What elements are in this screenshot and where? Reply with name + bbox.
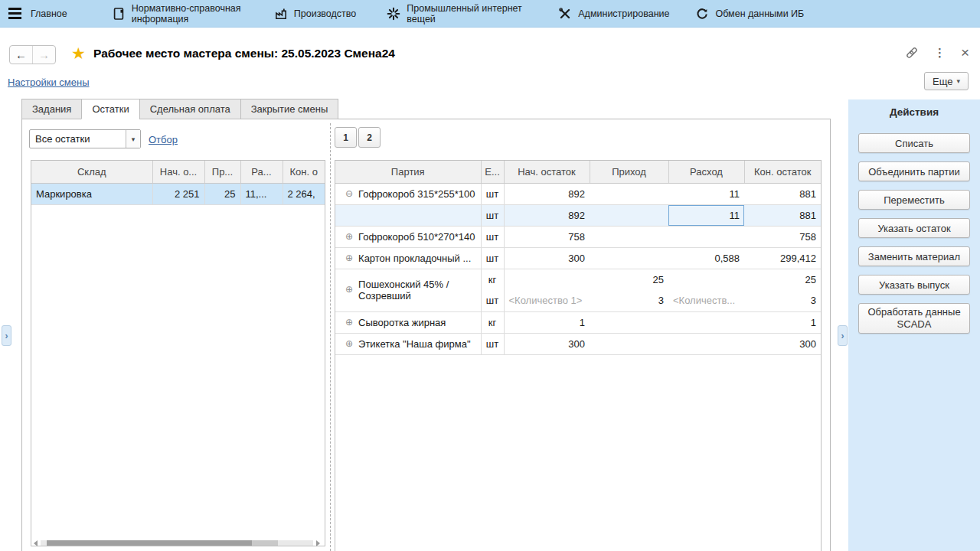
chevron-down-icon[interactable]: ▾ xyxy=(126,130,140,148)
cell-start-balance-placeholder[interactable]: <Количество 1> xyxy=(504,290,590,311)
collapse-icon[interactable]: ⊖ xyxy=(345,188,353,199)
cell-batch-name[interactable]: ⊕Сыворотка жирная xyxy=(335,311,481,333)
page-button-1[interactable]: 1 xyxy=(335,127,357,148)
cell-unit[interactable]: шт xyxy=(481,226,504,247)
expand-icon[interactable]: ⊕ xyxy=(345,338,353,349)
cell-start-balance[interactable]: 1 xyxy=(504,311,590,333)
menu-item-administration[interactable]: Администрирование xyxy=(558,7,669,21)
expand-left-panel-chevron-icon[interactable]: › xyxy=(2,325,11,346)
column-header-kon-ostatok[interactable]: Кон. о xyxy=(283,161,325,183)
cell-income[interactable] xyxy=(590,226,668,247)
cell-end-balance[interactable]: 881 xyxy=(744,183,821,204)
column-header-nach-ostatok[interactable]: Нач. о... xyxy=(152,161,204,183)
table-row[interactable]: Маркировка 2 251 25 11,... 2 264, xyxy=(31,183,325,204)
cell-start-balance[interactable]: 300 xyxy=(504,247,590,269)
menu-item-production[interactable]: Производство xyxy=(274,7,357,21)
menu-item-industrial-iot[interactable]: Промышленный интернет вещей xyxy=(387,3,529,24)
more-button[interactable]: Еще ▾ xyxy=(924,72,969,90)
page-button-2[interactable]: 2 xyxy=(358,127,381,148)
column-header-rashod[interactable]: Расход xyxy=(668,161,744,183)
back-button[interactable]: ← xyxy=(10,46,33,64)
cell-expense[interactable] xyxy=(668,269,744,290)
cell-income[interactable] xyxy=(590,183,668,204)
write-off-button[interactable]: Списать xyxy=(858,133,970,153)
tab-zadaniya[interactable]: Задания xyxy=(21,99,81,119)
move-button[interactable]: Переместить xyxy=(858,190,970,210)
cell-unit[interactable]: шт xyxy=(481,290,504,311)
cell-batch-name[interactable]: ⊕Этикетка "Наша фирма" xyxy=(335,333,481,354)
process-scada-button[interactable]: Обработать данные SCADA xyxy=(858,303,970,334)
cell-end-balance[interactable]: 299,412 xyxy=(744,247,821,269)
column-header-kon-ostatok[interactable]: Кон. остаток xyxy=(744,161,821,183)
cell-income[interactable] xyxy=(590,311,668,333)
panel-splitter[interactable] xyxy=(330,123,331,551)
tab-zakrytie-smeny[interactable]: Закрытие смены xyxy=(240,99,339,119)
more-menu-icon[interactable]: ⋮ xyxy=(934,46,946,60)
cell-income[interactable] xyxy=(590,333,668,354)
hamburger-menu-button[interactable] xyxy=(0,0,29,28)
filter-link[interactable]: Отбор xyxy=(149,134,178,145)
table-row-selected[interactable]: шт 892 11 881 xyxy=(335,204,821,226)
expand-icon[interactable]: ⊕ xyxy=(345,253,353,263)
column-header-partiya[interactable]: Партия xyxy=(335,161,481,183)
expand-icon[interactable]: ⊕ xyxy=(345,317,353,328)
merge-batches-button[interactable]: Объединить партии xyxy=(858,161,970,181)
cell-start-balance[interactable]: 758 xyxy=(504,226,590,247)
cell-expense[interactable] xyxy=(668,226,744,247)
tab-sdelnaya-oplata[interactable]: Сдельная оплата xyxy=(139,99,240,119)
cell-income[interactable]: 3 xyxy=(590,290,668,311)
table-row[interactable]: ⊖Гофрокороб 315*255*100 шт 892 11 881 xyxy=(335,183,821,204)
table-row[interactable]: ⊕Пошехонский 45% / Созревший кг 25 25 xyxy=(335,269,821,290)
cell-batch-name[interactable]: ⊕Пошехонский 45% / Созревший xyxy=(335,269,481,311)
cell-unit[interactable]: шт xyxy=(481,183,504,204)
cell-start-balance[interactable]: 892 xyxy=(504,183,590,204)
stock-filter-select[interactable]: Все остатки ▾ xyxy=(29,129,141,148)
cell-expense[interactable] xyxy=(668,333,744,354)
set-output-button[interactable]: Указать выпуск xyxy=(858,275,970,295)
column-header-prihod[interactable]: Приход xyxy=(590,161,668,183)
cell-batch-name[interactable] xyxy=(335,204,481,226)
cell-end-balance[interactable]: 881 xyxy=(744,204,821,226)
scroll-left-arrow[interactable] xyxy=(34,540,38,546)
cell-start-balance[interactable]: 892 xyxy=(504,204,590,226)
cell-expense-placeholder[interactable]: <Количеств... xyxy=(668,290,744,311)
cell-unit[interactable]: шт xyxy=(481,333,504,354)
forward-button[interactable]: → xyxy=(33,46,55,64)
set-balance-button[interactable]: Указать остаток xyxy=(858,218,970,238)
cell-start-balance[interactable]: 300 xyxy=(504,333,590,354)
cell-expense[interactable] xyxy=(668,311,744,333)
cell-end-balance[interactable]: 300 xyxy=(744,333,821,354)
table-row[interactable]: ⊕Гофрокороб 510*270*140 шт 758 758 xyxy=(335,226,821,247)
cell-expense[interactable]: 11,... xyxy=(240,183,283,204)
cell-batch-name[interactable]: ⊕Гофрокороб 510*270*140 xyxy=(335,226,481,247)
cell-end-balance[interactable]: 3 xyxy=(744,290,821,311)
column-header-nach-ostatok[interactable]: Нач. остаток xyxy=(504,161,590,183)
cell-end-balance[interactable]: 1 xyxy=(744,311,821,333)
replace-material-button[interactable]: Заменить материал xyxy=(858,246,970,266)
close-icon[interactable]: × xyxy=(961,47,969,59)
cell-unit[interactable]: кг xyxy=(481,269,504,290)
expand-icon[interactable]: ⊕ xyxy=(345,284,353,295)
cell-income[interactable]: 25 xyxy=(204,183,240,204)
scroll-right-arrow[interactable] xyxy=(316,540,320,546)
table-row[interactable]: ⊕Сыворотка жирная кг 1 1 xyxy=(335,311,821,333)
cell-income[interactable]: 25 xyxy=(590,269,668,290)
tab-ostatki[interactable]: Остатки xyxy=(81,99,139,119)
cell-end-balance[interactable]: 25 xyxy=(744,269,821,290)
scrollbar-track[interactable] xyxy=(41,540,313,546)
menu-item-data-exchange[interactable]: Обмен данными ИБ xyxy=(695,7,804,21)
menu-item-main[interactable]: Главное xyxy=(31,8,67,19)
expand-actions-panel-chevron-icon[interactable]: › xyxy=(838,325,848,346)
column-header-unit[interactable]: Е... xyxy=(481,161,504,183)
cell-batch-name[interactable]: ⊖Гофрокороб 315*255*100 xyxy=(335,183,481,204)
cell-batch-name[interactable]: ⊕Картон прокладочный ... xyxy=(335,247,481,269)
cell-income[interactable] xyxy=(590,204,668,226)
scrollbar-thumb[interactable] xyxy=(47,540,252,546)
column-header-rashod[interactable]: Ра... xyxy=(240,161,283,183)
cell-end-balance[interactable]: 758 xyxy=(744,226,821,247)
table-row[interactable]: ⊕Картон прокладочный ... шт 300 0,588 29… xyxy=(335,247,821,269)
cell-warehouse[interactable]: Маркировка xyxy=(31,183,152,204)
cell-start-balance[interactable] xyxy=(504,269,590,290)
copy-link-icon[interactable] xyxy=(905,46,919,60)
cell-income[interactable] xyxy=(590,247,668,269)
